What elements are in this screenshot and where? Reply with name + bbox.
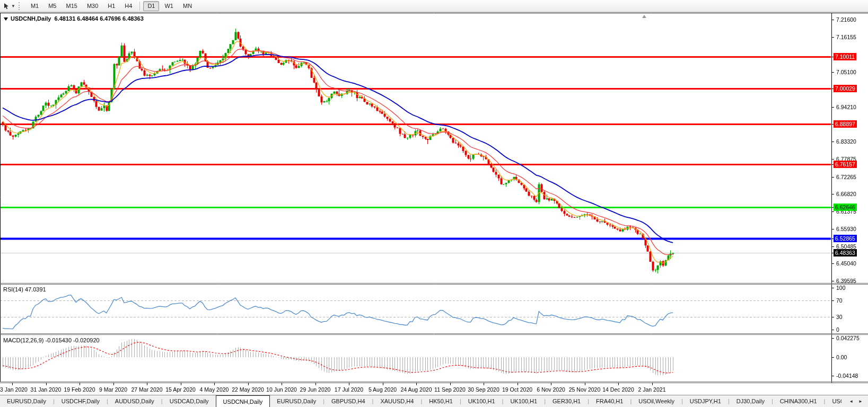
timeframe-button-H4[interactable]: H4 bbox=[120, 1, 136, 11]
chart-tab-uk100-h1[interactable]: UK100,H1 bbox=[461, 395, 502, 407]
timeframe-button-MN[interactable]: MN bbox=[179, 1, 196, 11]
timeframe-button-M30[interactable]: M30 bbox=[83, 1, 102, 11]
tab-scroll-arrows: ◄ ► bbox=[841, 396, 868, 407]
timeframe-button-D1[interactable]: D1 bbox=[143, 1, 159, 11]
chart-tab-eurusd-daily[interactable]: EURUSD,Daily bbox=[270, 395, 323, 407]
timeframe-button-H1[interactable]: H1 bbox=[103, 1, 119, 11]
cursor-tool-icon[interactable] bbox=[2, 2, 11, 10]
timeframe-button-M1[interactable]: M1 bbox=[27, 1, 43, 11]
chart-tab-usdcad-daily[interactable]: USDCAD,Daily bbox=[163, 395, 216, 407]
chart-tab-fra40-h1[interactable]: FRA40,H1 bbox=[589, 395, 630, 407]
chart-tab-hk50-h1[interactable]: HK50,H1 bbox=[422, 395, 460, 407]
chart-tab-usdcnh-daily[interactable]: USDCNH,Daily bbox=[216, 395, 270, 407]
toolbar-separator bbox=[139, 2, 140, 11]
chart-tab-ger30-h1[interactable]: GER30,H1 bbox=[546, 395, 588, 407]
chart-tab-usdjpy-h1[interactable]: USDJPY,H1 bbox=[683, 395, 728, 407]
chart-tab-eurusd-daily[interactable]: EURUSD,Daily bbox=[0, 395, 53, 407]
toolbar-grip-handle[interactable] bbox=[19, 2, 22, 10]
chart-tab-china300-h1[interactable]: CHINA300,H1 bbox=[773, 395, 824, 407]
timeframe-toolbar: ▼ M1M5M15M30H1H4D1W1MN bbox=[0, 0, 868, 12]
timeframe-button-M5[interactable]: M5 bbox=[44, 1, 60, 11]
tab-scroll-left-icon[interactable]: ◄ bbox=[849, 399, 853, 404]
chevron-down-icon[interactable]: ▼ bbox=[11, 4, 15, 8]
chart-tab-usdchf-daily[interactable]: USDCHF,Daily bbox=[55, 395, 107, 407]
chart-tab-usoil-weekly[interactable]: USOil,Weekly bbox=[632, 395, 681, 407]
chart-tab-gbpusd-h4[interactable]: GBPUSD,H4 bbox=[325, 395, 372, 407]
tab-scroll-right-icon[interactable]: ► bbox=[858, 399, 863, 404]
price-chart-canvas[interactable] bbox=[0, 0, 868, 407]
chart-tab-audusd-daily[interactable]: AUDUSD,Daily bbox=[108, 395, 161, 407]
chart-tab-uk100-h1[interactable]: UK100,H1 bbox=[503, 395, 544, 407]
chart-shift-marker[interactable] bbox=[642, 15, 646, 18]
timeframe-button-M15[interactable]: M15 bbox=[62, 1, 81, 11]
chart-tab-dj30-daily[interactable]: DJ30,Daily bbox=[730, 395, 771, 407]
chart-tab-xauusd-h4[interactable]: XAUUSD,H4 bbox=[373, 395, 420, 407]
timeframe-button-W1[interactable]: W1 bbox=[160, 1, 178, 11]
chart-tab-bar: EURUSD,Daily|USDCHF,Daily|AUDUSD,Daily|U… bbox=[0, 395, 868, 407]
mt4-terminal-window: { "window": { "timeframes": [ {"label":"… bbox=[0, 0, 868, 407]
